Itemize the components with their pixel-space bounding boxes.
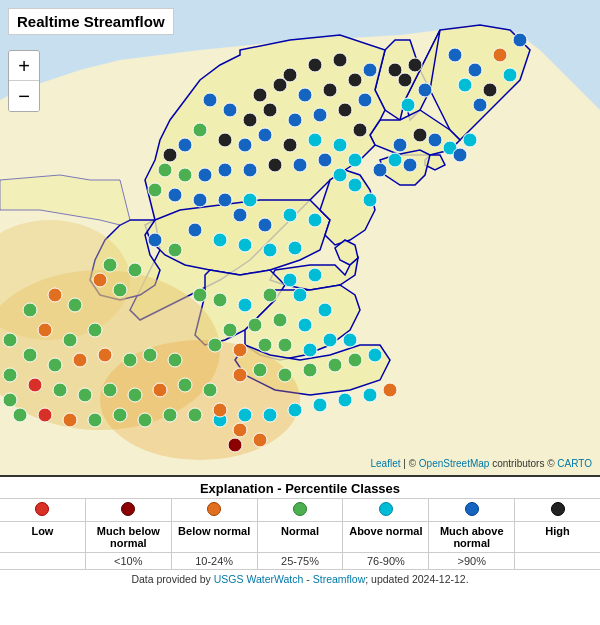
legend-dot-cell-5: [429, 499, 515, 521]
svg-point-74: [283, 208, 297, 222]
svg-point-37: [393, 138, 407, 152]
svg-point-57: [353, 123, 367, 137]
legend-label-3: Normal: [258, 522, 344, 552]
zoom-in-button[interactable]: +: [9, 51, 39, 81]
carto-link[interactable]: CARTO: [557, 458, 592, 469]
legend-pct-1: <10%: [86, 553, 172, 569]
legend-dot-cell-0: [0, 499, 86, 521]
svg-point-154: [198, 168, 212, 182]
leaflet-link[interactable]: Leaflet: [370, 458, 400, 469]
svg-point-59: [308, 133, 322, 147]
svg-point-71: [403, 158, 417, 172]
svg-point-150: [333, 168, 347, 182]
svg-point-108: [233, 368, 247, 382]
svg-point-159: [318, 153, 332, 167]
svg-point-103: [278, 368, 292, 382]
legend-pct-2: 10-24%: [172, 553, 258, 569]
svg-point-60: [283, 138, 297, 152]
legend-label-2: Below normal: [172, 522, 258, 552]
svg-point-102: [253, 363, 267, 377]
streamflow-link[interactable]: Streamflow: [313, 573, 366, 585]
svg-point-169: [3, 333, 17, 347]
svg-point-99: [303, 343, 317, 357]
svg-point-125: [168, 353, 182, 367]
svg-point-128: [78, 388, 92, 402]
svg-point-43: [348, 73, 362, 87]
svg-point-158: [293, 158, 307, 172]
svg-point-135: [38, 408, 52, 422]
svg-point-68: [363, 193, 377, 207]
legend-dot-2: [207, 502, 221, 516]
legend-label-5: Much above normal: [429, 522, 515, 552]
svg-point-61: [258, 128, 272, 142]
zoom-out-button[interactable]: −: [9, 81, 39, 111]
svg-point-56: [203, 93, 217, 107]
legend-label-6: High: [515, 522, 600, 552]
legend-pct-4: 76-90%: [343, 553, 429, 569]
svg-point-121: [73, 353, 87, 367]
svg-point-42: [333, 53, 347, 67]
svg-point-55: [223, 103, 237, 117]
svg-point-161: [168, 188, 182, 202]
svg-point-165: [213, 403, 227, 417]
svg-point-41: [308, 58, 322, 72]
svg-point-92: [273, 313, 287, 327]
svg-point-144: [263, 408, 277, 422]
svg-point-156: [243, 163, 257, 177]
svg-point-25: [473, 98, 487, 112]
svg-point-141: [188, 408, 202, 422]
legend: Explanation - Percentile Classes LowMuch…: [0, 475, 600, 588]
legend-label-4: Above normal: [343, 522, 429, 552]
svg-point-155: [218, 163, 232, 177]
svg-point-136: [63, 413, 77, 427]
svg-point-79: [263, 243, 277, 257]
svg-point-78: [238, 238, 252, 252]
svg-point-39: [463, 133, 477, 147]
svg-point-149: [383, 383, 397, 397]
svg-point-97: [258, 338, 272, 352]
svg-point-115: [68, 298, 82, 312]
svg-point-67: [348, 178, 362, 192]
svg-point-131: [153, 383, 167, 397]
legend-pct-3: 25-75%: [258, 553, 344, 569]
osm-link[interactable]: OpenStreetMap: [419, 458, 490, 469]
svg-point-106: [348, 353, 362, 367]
svg-point-72: [233, 208, 247, 222]
svg-point-27: [503, 68, 517, 82]
svg-point-69: [373, 163, 387, 177]
svg-point-91: [298, 318, 312, 332]
svg-point-87: [213, 293, 227, 307]
attribution-osm-suffix: contributors ©: [492, 458, 557, 469]
svg-point-163: [218, 193, 232, 207]
svg-point-114: [48, 288, 62, 302]
svg-point-94: [223, 323, 237, 337]
svg-point-76: [188, 223, 202, 237]
svg-point-132: [178, 378, 192, 392]
svg-point-85: [263, 288, 277, 302]
map-attribution: Leaflet | © OpenStreetMap contributors ©…: [370, 458, 592, 469]
svg-point-36: [413, 128, 427, 142]
svg-point-22: [468, 63, 482, 77]
map-container[interactable]: Realtime Streamflow + − Leaflet | © Open…: [0, 0, 600, 475]
svg-point-31: [418, 83, 432, 97]
svg-point-88: [193, 288, 207, 302]
svg-point-54: [243, 113, 257, 127]
svg-point-70: [388, 153, 402, 167]
svg-point-96: [233, 343, 247, 357]
legend-pct-row: <10%10-24%25-75%76-90%>90%: [0, 553, 600, 570]
svg-point-63: [218, 133, 232, 147]
svg-point-126: [28, 378, 42, 392]
legend-pct-6: [515, 553, 600, 569]
usgs-waterwatch-link[interactable]: USGS WaterWatch: [214, 573, 304, 585]
svg-point-105: [328, 358, 342, 372]
data-source: Data provided by USGS WaterWatch - Strea…: [0, 570, 600, 588]
legend-dots-row: [0, 499, 600, 522]
svg-point-104: [303, 363, 317, 377]
svg-point-83: [283, 273, 297, 287]
svg-point-160: [148, 183, 162, 197]
zoom-controls[interactable]: + −: [8, 50, 40, 112]
svg-point-84: [308, 268, 322, 282]
legend-labels-row: LowMuch below normalBelow normalNormalAb…: [0, 522, 600, 553]
svg-point-34: [428, 133, 442, 147]
attribution-separator: | ©: [403, 458, 419, 469]
